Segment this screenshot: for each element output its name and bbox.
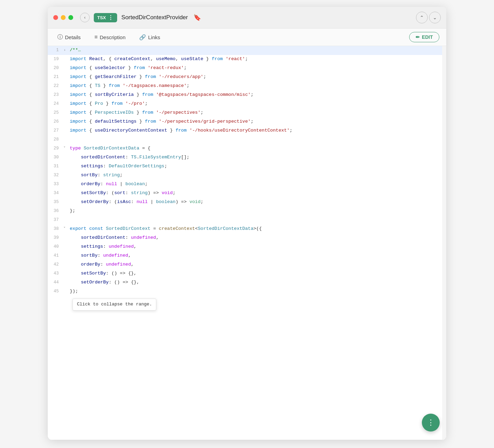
line-number: 30: [48, 154, 64, 161]
line-content: setOrderBy: () => {},: [68, 279, 446, 286]
line-number: 44: [48, 279, 64, 286]
fold-toggle: [64, 289, 68, 295]
fold-toggle: [64, 271, 68, 277]
line-number: 24: [48, 100, 64, 107]
line-content: sortBy: undefined,: [68, 252, 446, 259]
traffic-lights: [53, 15, 73, 20]
line-number: 37: [48, 216, 64, 223]
line-number: 41: [48, 252, 64, 259]
code-line-42: 42 orderBy: undefined,: [48, 260, 446, 269]
line-content: sortedDirContent: TS.FileSystemEntry[];: [68, 154, 446, 161]
line-number: 25: [48, 109, 64, 116]
menu-icon: ≡: [94, 34, 98, 40]
line-content: setSortBy: (sort: string) => void;: [68, 189, 446, 197]
fold-toggle: [64, 208, 68, 214]
details-tab[interactable]: ⓘ Details: [55, 32, 83, 42]
fold-toggle: [64, 119, 68, 125]
line-number: 36: [48, 208, 64, 214]
edit-button[interactable]: ✏ EDIT: [409, 32, 439, 42]
code-line-44: 44 setOrderBy: () => {},: [48, 278, 446, 287]
description-tab[interactable]: ≡ Description: [92, 33, 128, 42]
main-window: ‹ TSX ⋮ SortedDirContextProvider 🔖 ⌃ ⌄ ⓘ…: [48, 7, 446, 440]
fold-toggle: [64, 83, 68, 89]
code-line-30: 30 sortedDirContent: TS.FileSystemEntry[…: [48, 153, 446, 162]
code-line-34: 34 setSortBy: (sort: string) => void;: [48, 189, 446, 198]
line-number: 26: [48, 118, 64, 125]
fold-toggle: [64, 65, 68, 71]
fold-toggle: [64, 164, 68, 170]
line-content: sortedDirContent: undefined,: [68, 234, 446, 242]
fold-toggle: [64, 110, 68, 116]
code-line-40: 40 settings: undefined,: [48, 243, 446, 251]
line-number: 35: [48, 199, 64, 205]
links-tab[interactable]: 🔗 Links: [136, 33, 163, 42]
file-badge-menu-icon[interactable]: ⋮: [108, 14, 114, 21]
fold-toggle: [64, 217, 68, 223]
line-content: import { defaultSettings } from '-/persp…: [68, 118, 446, 125]
line-number: 21: [48, 74, 64, 80]
code-line-29: 29 ˅ type SortedDirContextData = {: [48, 144, 446, 153]
nav-arrows: ‹: [80, 13, 90, 22]
navigate-down-button[interactable]: ⌄: [429, 12, 441, 23]
code-lines[interactable]: 1 › /**… 19 import React, { createContex…: [48, 46, 446, 440]
line-content: sortBy: string;: [68, 171, 446, 179]
code-line-25: 25 import { PerspectiveIDs } from '-/per…: [48, 109, 446, 117]
fold-toggle: [64, 101, 68, 107]
code-line-31: 31 settings: DefaultOrderSettings;: [48, 162, 446, 171]
code-line-28: 28: [48, 135, 446, 144]
back-button[interactable]: ‹: [80, 13, 90, 22]
line-number: 33: [48, 181, 64, 188]
code-line-27: 27 import { useDirectoryContentContext }…: [48, 126, 446, 135]
nav-up-down: ⌃ ⌄: [416, 12, 441, 23]
fold-toggle: [64, 244, 68, 250]
code-line-1: 1 › /**…: [48, 46, 446, 55]
fold-toggle[interactable]: ˅: [64, 146, 68, 152]
line-number: 19: [48, 56, 64, 63]
code-line-20: 20 import { useSelector } from 'react-re…: [48, 64, 446, 73]
line-content: setOrderBy: (isAsc: null | boolean) => v…: [68, 198, 446, 206]
code-line-37: 37: [48, 216, 446, 225]
minimize-button[interactable]: [61, 15, 66, 20]
fold-toggle: [64, 74, 68, 80]
code-line-41: 41 sortBy: undefined,: [48, 251, 446, 260]
line-number: 32: [48, 172, 64, 179]
close-button[interactable]: [53, 15, 58, 20]
navigate-up-button[interactable]: ⌃: [416, 12, 428, 23]
fold-toggle: [64, 190, 68, 197]
fold-toggle: [64, 280, 68, 286]
code-line-22: 22 import { TS } from '-/tagspaces.names…: [48, 82, 446, 91]
vertical-scrollbar[interactable]: [442, 46, 446, 440]
file-type-badge[interactable]: TSX ⋮: [94, 13, 117, 22]
code-line-45: 45 });: [48, 287, 446, 296]
line-content: [68, 216, 446, 224]
pencil-icon: ✏: [416, 34, 420, 40]
line-content: type SortedDirContextData = {: [68, 145, 446, 152]
fold-toggle: [64, 56, 68, 63]
bookmark-icon[interactable]: 🔖: [193, 14, 201, 21]
line-number: 43: [48, 270, 64, 277]
line-content: });: [68, 288, 446, 295]
file-type-label: TSX: [97, 15, 106, 20]
line-number: 40: [48, 243, 64, 250]
line-number: 39: [48, 234, 64, 241]
collapse-tooltip: Click to collapse the range.: [72, 299, 156, 311]
fold-toggle[interactable]: ›: [64, 47, 68, 54]
fold-toggle: [64, 128, 68, 134]
title-bar: ‹ TSX ⋮ SortedDirContextProvider 🔖 ⌃ ⌄: [48, 7, 446, 29]
line-number: 20: [48, 65, 64, 71]
fab-button[interactable]: ⋮: [422, 414, 440, 432]
line-content: orderBy: null | boolean;: [68, 180, 446, 188]
fold-toggle: [64, 92, 68, 98]
fold-toggle: [64, 137, 68, 143]
maximize-button[interactable]: [68, 15, 73, 20]
description-label: Description: [100, 34, 125, 40]
code-line-43: 43 setSortBy: () => {},: [48, 269, 446, 278]
line-content: export const SortedDirContext = createCo…: [68, 225, 446, 233]
fold-toggle[interactable]: ˅: [64, 226, 68, 232]
line-content: };: [68, 207, 446, 215]
code-area: 1 › /**… 19 import React, { createContex…: [48, 46, 446, 440]
toolbar: ⓘ Details ≡ Description 🔗 Links ✏ EDIT: [48, 29, 446, 46]
line-number: 45: [48, 288, 64, 295]
line-number: 28: [48, 136, 64, 143]
code-line-32: 32 sortBy: string;: [48, 171, 446, 180]
